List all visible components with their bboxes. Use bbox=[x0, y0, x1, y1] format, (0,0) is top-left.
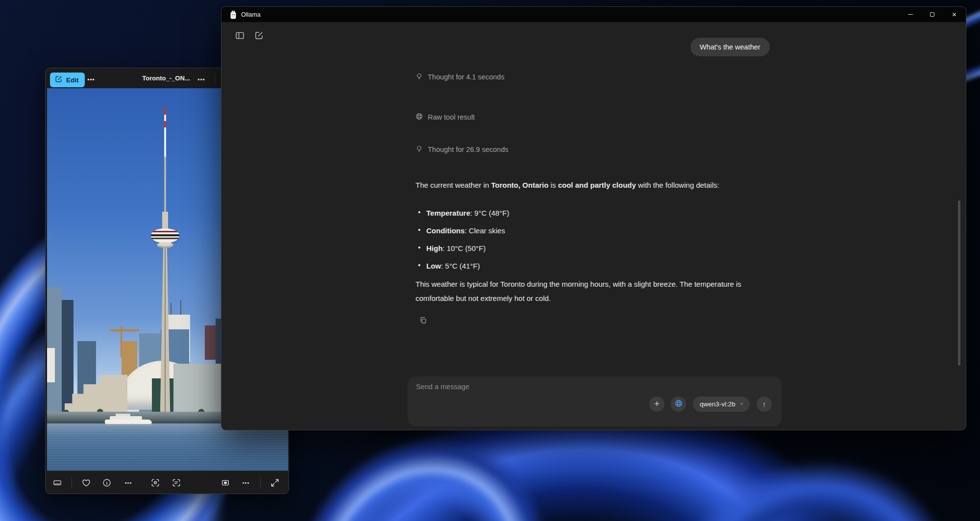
maximize-button[interactable] bbox=[921, 7, 943, 22]
message-composer: + qwen3-vl:2b ↑ bbox=[408, 376, 782, 426]
thinking-summary-label: Thought for 4.1 seconds bbox=[428, 73, 504, 81]
intro-text: The current weather in bbox=[416, 181, 491, 189]
intro-bold-conditions: cool and partly cloudy bbox=[558, 181, 636, 189]
window-title: Ollama bbox=[241, 11, 261, 18]
web-search-button[interactable] bbox=[671, 397, 686, 412]
text-extract-button[interactable] bbox=[169, 475, 184, 490]
close-button[interactable]: ✕ bbox=[943, 7, 965, 22]
assistant-closing-paragraph: This weather is typical for Toronto duri… bbox=[416, 277, 772, 305]
filmstrip-toggle-button[interactable] bbox=[50, 475, 65, 490]
info-button[interactable] bbox=[99, 475, 114, 490]
favorite-heart-button[interactable] bbox=[79, 475, 94, 490]
edit-button[interactable]: Edit bbox=[50, 73, 85, 87]
chevron-down-icon bbox=[739, 400, 744, 408]
secondary-more-button[interactable]: ••• bbox=[239, 475, 253, 490]
raw-tool-result-label: Raw tool result bbox=[428, 113, 475, 121]
desktop: Edit ••• Toronto_-_ON... ••• bbox=[0, 0, 980, 521]
ollama-llama-icon bbox=[230, 10, 237, 21]
fullscreen-button[interactable] bbox=[268, 475, 282, 490]
edit-button-label: Edit bbox=[66, 76, 79, 84]
message-input[interactable] bbox=[416, 383, 690, 402]
thinking-summary-label: Thought for 26.9 seconds bbox=[428, 146, 508, 153]
model-selector-label: qwen3-vl:2b bbox=[700, 400, 735, 408]
bullet-value: : 10°C (50°F) bbox=[442, 244, 486, 252]
visual-search-button[interactable] bbox=[148, 475, 163, 490]
bullet-label: High bbox=[426, 244, 442, 252]
toolbar-divider bbox=[72, 477, 72, 489]
chat-scrollbar-thumb[interactable] bbox=[958, 200, 960, 366]
edit-image-icon bbox=[54, 75, 63, 85]
bullet-dot: • bbox=[418, 208, 420, 216]
assistant-intro-paragraph: The current weather in Toronto, Ontario … bbox=[416, 180, 781, 190]
bullet-dot: • bbox=[418, 243, 420, 251]
more-options-button[interactable]: ••• bbox=[83, 74, 99, 86]
globe-icon bbox=[674, 399, 683, 410]
photo-filename-title: Toronto_-_ON... bbox=[132, 74, 200, 82]
more-tools-button[interactable]: ••• bbox=[121, 475, 136, 490]
intro-bold-location: Toronto, Ontario bbox=[491, 181, 548, 189]
lightbulb-icon bbox=[415, 145, 423, 154]
topbar-divider bbox=[215, 74, 215, 84]
photos-toolbar: ••• ••• bbox=[46, 471, 289, 494]
bullet-label: Temperature bbox=[426, 209, 470, 217]
copy-response-button[interactable] bbox=[417, 314, 429, 326]
bullet-dot: • bbox=[418, 261, 420, 269]
model-selector[interactable]: qwen3-vl:2b bbox=[693, 397, 750, 412]
user-message-bubble: What's the weather bbox=[690, 38, 770, 56]
intro-text: with the following details: bbox=[636, 181, 719, 189]
ollama-titlebar[interactable]: Ollama ✕ bbox=[221, 7, 966, 22]
bullet-value: : 9°C (48°F) bbox=[470, 209, 510, 217]
bullet-value: : 5°C (41°F) bbox=[441, 262, 480, 270]
zoom-frame-button[interactable] bbox=[218, 475, 233, 490]
thinking-summary-row[interactable]: Thought for 4.1 seconds bbox=[415, 72, 504, 82]
title-more-options-button[interactable]: ••• bbox=[193, 74, 210, 86]
lightbulb-icon bbox=[415, 72, 423, 82]
raw-tool-result-row[interactable]: Raw tool result bbox=[415, 112, 475, 122]
photo-water bbox=[47, 423, 288, 471]
photo-boat bbox=[105, 413, 152, 425]
globe-icon bbox=[415, 112, 423, 122]
minimize-button[interactable] bbox=[899, 7, 921, 22]
ollama-window: Ollama ✕ What's the weather bbox=[221, 6, 966, 430]
thinking-summary-row[interactable]: Thought for 26.9 seconds bbox=[415, 145, 508, 154]
toolbar-divider bbox=[260, 477, 261, 489]
send-button[interactable]: ↑ bbox=[757, 397, 772, 412]
bullet-dot: • bbox=[418, 225, 420, 234]
chat-transcript: What's the weather Thought for 4.1 secon… bbox=[221, 22, 966, 365]
bullet-label: Conditions bbox=[426, 226, 465, 235]
attach-button[interactable]: + bbox=[649, 397, 664, 412]
bullet-value: : Clear skies bbox=[465, 226, 505, 235]
bullet-label: Low bbox=[426, 262, 441, 270]
intro-text: is bbox=[548, 181, 558, 189]
